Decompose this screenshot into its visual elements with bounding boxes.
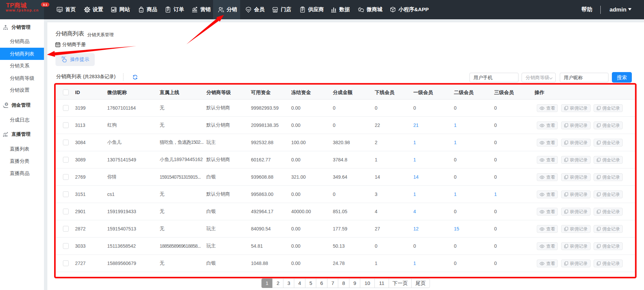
svg-text:¥: ¥	[5, 103, 7, 106]
